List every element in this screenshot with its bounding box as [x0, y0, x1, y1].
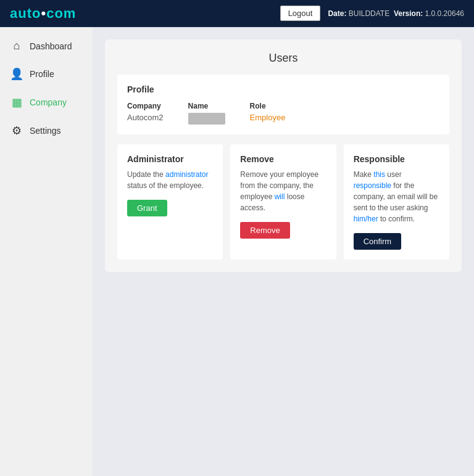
company-value: Autocom2 [127, 113, 164, 122]
resp-desc-highlight3: him/her [354, 215, 378, 223]
name-value [188, 113, 225, 125]
sidebar-label-company: Company [30, 97, 67, 107]
header-meta: Date: BUILDDATE Version: 1.0.0.20646 [328, 9, 464, 18]
profile-row: Company Autocom2 Name Role Employee [127, 102, 439, 125]
resp-desc-part4: to confirm. [378, 215, 415, 223]
grant-button[interactable]: Grant [127, 200, 167, 216]
remove-card: Remove Remove your employee from the com… [230, 144, 336, 260]
confirm-button[interactable]: Confirm [354, 233, 402, 250]
company-label: Company [127, 102, 164, 110]
resp-desc-highlight2: responsible [354, 181, 391, 190]
remove-button[interactable]: Remove [240, 222, 289, 239]
layout: ⌂ Dashboard 👤 Profile ▦ Company ⚙ Settin… [0, 27, 474, 476]
logo-auto: auto [10, 6, 41, 21]
header: auto•com Logout Date: BUILDDATE Version:… [0, 0, 474, 27]
resp-desc-part1: Make [354, 170, 374, 179]
logo-dot: • [41, 6, 46, 21]
home-icon: ⌂ [10, 39, 23, 52]
administrator-desc: Update the administrator status of the e… [127, 169, 213, 191]
settings-icon: ⚙ [10, 124, 23, 137]
role-value: Employee [250, 113, 286, 122]
admin-desc-highlight: administrator [165, 170, 208, 179]
company-icon: ▦ [10, 96, 23, 109]
resp-desc-part2: user [385, 170, 402, 179]
name-blurred [188, 113, 225, 125]
role-label: Role [250, 102, 286, 110]
administrator-card: Administrator Update the administrator s… [117, 144, 223, 260]
company-field: Company Autocom2 [127, 102, 164, 125]
administrator-title: Administrator [127, 154, 213, 164]
sidebar-item-settings[interactable]: ⚙ Settings [0, 117, 93, 145]
sidebar-item-company[interactable]: ▦ Company [0, 88, 93, 117]
sidebar-item-profile[interactable]: 👤 Profile [0, 60, 93, 88]
main-content: Users Profile Company Autocom2 Name [93, 27, 474, 476]
sidebar-label-dashboard: Dashboard [30, 41, 72, 51]
remove-title: Remove [240, 154, 326, 164]
profile-heading: Profile [127, 84, 439, 94]
remove-desc-highlight: will [275, 192, 285, 201]
profile-icon: 👤 [10, 67, 23, 81]
logout-button[interactable]: Logout [280, 6, 321, 21]
profile-card: Profile Company Autocom2 Name Role [117, 75, 449, 134]
logo-com: com [46, 6, 76, 21]
sidebar: ⌂ Dashboard 👤 Profile ▦ Company ⚙ Settin… [0, 27, 93, 476]
name-label: Name [188, 102, 225, 110]
name-field: Name [188, 102, 225, 125]
header-right: Logout Date: BUILDDATE Version: 1.0.0.20… [280, 6, 464, 21]
responsible-desc: Make this user responsible for the compa… [354, 169, 439, 224]
sidebar-label-settings: Settings [30, 126, 61, 136]
users-container: Users Profile Company Autocom2 Name [105, 39, 462, 272]
admin-desc-part1: Update the [127, 170, 165, 179]
remove-desc: Remove your employee from the company, t… [240, 169, 326, 213]
logo: auto•com [10, 6, 76, 22]
action-cards: Administrator Update the administrator s… [117, 144, 449, 260]
sidebar-item-dashboard[interactable]: ⌂ Dashboard [0, 32, 93, 60]
resp-desc-highlight1: this [373, 170, 385, 179]
users-title: Users [117, 52, 449, 65]
admin-desc-part2: status of the employee. [127, 181, 204, 190]
sidebar-label-profile: Profile [30, 69, 54, 79]
role-field: Role Employee [250, 102, 286, 125]
responsible-title: Responsible [354, 154, 439, 164]
responsible-card: Responsible Make this user responsible f… [344, 144, 449, 260]
